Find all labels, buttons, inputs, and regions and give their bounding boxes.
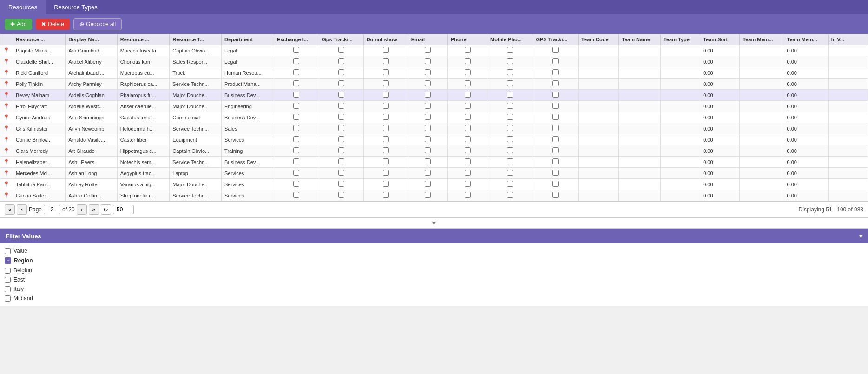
cell-mobile_phone[interactable] <box>487 67 533 79</box>
checkbox-phone[interactable] <box>465 158 471 164</box>
checkbox-gps_tracking2[interactable] <box>552 47 559 53</box>
cell-phone[interactable] <box>447 45 487 56</box>
checkbox-exchange[interactable] <box>293 58 299 64</box>
col-do-not-show[interactable]: Do not show <box>363 34 408 45</box>
col-resource-type[interactable]: Resource T... <box>170 34 222 45</box>
checkbox-exchange[interactable] <box>293 47 299 53</box>
cell-phone[interactable] <box>447 157 487 168</box>
cell-mobile_phone[interactable] <box>487 90 533 101</box>
checkbox-do_not_show[interactable] <box>383 136 389 142</box>
checkbox-gps_tracking[interactable] <box>338 136 344 142</box>
collapse-row[interactable]: ▼ <box>0 217 868 228</box>
cell-mobile_phone[interactable] <box>487 112 533 123</box>
prev-page-button[interactable]: ‹ <box>17 204 27 215</box>
cell-phone[interactable] <box>447 56 487 67</box>
checkbox-gps_tracking2[interactable] <box>552 103 559 109</box>
cell-mobile_phone[interactable] <box>487 179 533 190</box>
cell-phone[interactable] <box>447 79 487 90</box>
checkbox-mobile_phone[interactable] <box>507 192 513 198</box>
checkbox-gps_tracking[interactable] <box>338 80 344 86</box>
cell-exchange[interactable] <box>274 112 319 123</box>
checkbox-exchange[interactable] <box>293 114 299 120</box>
add-button[interactable]: ✚ Add <box>5 19 32 30</box>
col-team-sort[interactable]: Team Sort <box>700 34 740 45</box>
tab-resources[interactable]: Resources <box>0 0 46 14</box>
cell-phone[interactable] <box>447 90 487 101</box>
cell-do_not_show[interactable] <box>363 112 408 123</box>
checkbox-gps_tracking[interactable] <box>338 147 344 153</box>
cell-gps_tracking[interactable] <box>319 56 363 67</box>
cell-phone[interactable] <box>447 123 487 134</box>
table-row[interactable]: 📍Ricki GanifordArchaimbaud ...Macropus e… <box>0 67 868 79</box>
cell-mobile_phone[interactable] <box>487 145 533 157</box>
checkbox-phone[interactable] <box>465 114 471 120</box>
cell-email[interactable] <box>408 56 447 67</box>
cell-gps_tracking2[interactable] <box>533 67 579 79</box>
cell-gps_tracking[interactable] <box>319 134 363 145</box>
checkbox-do_not_show[interactable] <box>383 58 389 64</box>
col-in[interactable]: In V... <box>828 34 868 45</box>
checkbox-email[interactable] <box>425 170 431 176</box>
checkbox-phone[interactable] <box>465 92 471 98</box>
col-resource-name[interactable]: Resource ... <box>13 34 66 45</box>
checkbox-do_not_show[interactable] <box>383 158 389 164</box>
table-row[interactable]: 📍Paquito Mans...Ara Grumbrid...Macaca fu… <box>0 45 868 56</box>
cell-do_not_show[interactable] <box>363 168 408 179</box>
checkbox-gps_tracking2[interactable] <box>552 181 559 187</box>
cell-email[interactable] <box>408 45 447 56</box>
col-team-type[interactable]: Team Type <box>661 34 700 45</box>
checkbox-do_not_show[interactable] <box>383 125 389 131</box>
cell-gps_tracking[interactable] <box>319 67 363 79</box>
cell-gps_tracking[interactable] <box>319 190 363 201</box>
col-mobile-phone[interactable]: Mobile Pho... <box>487 34 533 45</box>
filter-item-checkbox[interactable] <box>5 286 11 292</box>
table-row[interactable]: 📍Cornie Brinkw...Arnaldo Vasilc...Castor… <box>0 134 868 145</box>
checkbox-mobile_phone[interactable] <box>507 69 513 75</box>
cell-exchange[interactable] <box>274 45 319 56</box>
cell-exchange[interactable] <box>274 190 319 201</box>
checkbox-gps_tracking2[interactable] <box>552 58 559 64</box>
cell-phone[interactable] <box>447 134 487 145</box>
cell-do_not_show[interactable] <box>363 157 408 168</box>
checkbox-exchange[interactable] <box>293 125 299 131</box>
checkbox-email[interactable] <box>425 181 431 187</box>
cell-email[interactable] <box>408 112 447 123</box>
checkbox-do_not_show[interactable] <box>383 114 389 120</box>
table-row[interactable]: 📍Ganna Saiter...Ashlio Coffin...Strepton… <box>0 190 868 201</box>
filter-item-checkbox[interactable] <box>5 295 11 302</box>
cell-mobile_phone[interactable] <box>487 79 533 90</box>
cell-exchange[interactable] <box>274 123 319 134</box>
filter-header[interactable]: Filter Values ▾ <box>0 229 868 243</box>
cell-gps_tracking[interactable] <box>319 168 363 179</box>
cell-gps_tracking[interactable] <box>319 101 363 112</box>
cell-email[interactable] <box>408 145 447 157</box>
cell-exchange[interactable] <box>274 67 319 79</box>
first-page-button[interactable]: « <box>5 204 15 215</box>
checkbox-do_not_show[interactable] <box>383 80 389 86</box>
checkbox-email[interactable] <box>425 192 431 198</box>
checkbox-gps_tracking2[interactable] <box>552 147 559 153</box>
cell-email[interactable] <box>408 67 447 79</box>
cell-do_not_show[interactable] <box>363 145 408 157</box>
checkbox-exchange[interactable] <box>293 147 299 153</box>
cell-exchange[interactable] <box>274 90 319 101</box>
checkbox-exchange[interactable] <box>293 103 299 109</box>
checkbox-do_not_show[interactable] <box>383 47 389 53</box>
table-row[interactable]: 📍Polly TinklinArchy ParmleyRaphicerus ca… <box>0 79 868 90</box>
checkbox-phone[interactable] <box>465 147 471 153</box>
col-department[interactable]: Department <box>222 34 274 45</box>
checkbox-gps_tracking2[interactable] <box>552 125 559 131</box>
checkbox-gps_tracking[interactable] <box>338 125 344 131</box>
checkbox-mobile_phone[interactable] <box>507 147 513 153</box>
filter-item-checkbox[interactable] <box>5 277 11 283</box>
cell-gps_tracking[interactable] <box>319 123 363 134</box>
cell-do_not_show[interactable] <box>363 179 408 190</box>
cell-gps_tracking2[interactable] <box>533 168 579 179</box>
page-number-input[interactable] <box>44 205 60 214</box>
checkbox-gps_tracking2[interactable] <box>552 192 559 198</box>
cell-do_not_show[interactable] <box>363 101 408 112</box>
cell-email[interactable] <box>408 179 447 190</box>
checkbox-gps_tracking2[interactable] <box>552 170 559 176</box>
table-row[interactable]: 📍Claudelle Shul...Arabel AliberryChoriot… <box>0 56 868 67</box>
cell-mobile_phone[interactable] <box>487 56 533 67</box>
